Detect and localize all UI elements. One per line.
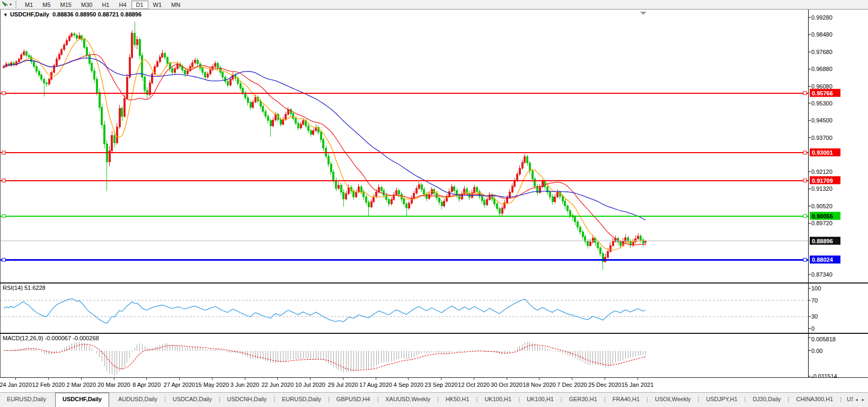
timeframe-m15-button[interactable]: M15 <box>56 1 76 9</box>
svg-text:0.90055: 0.90055 <box>812 213 833 219</box>
date-label: 17 Aug 2020 <box>359 382 392 388</box>
svg-text:0: 0 <box>811 325 814 332</box>
rsi-label: RSI(14) 51.6228 <box>3 285 46 291</box>
date-label: 20 Mar 2020 <box>98 382 130 388</box>
chart-shift-marker[interactable] <box>640 12 646 15</box>
chart-ohlc-values: 0.88836 0.88950 0.88721 0.88896 <box>52 11 141 17</box>
date-label: 29 Jul 2020 <box>328 382 358 388</box>
svg-text:0.91709: 0.91709 <box>812 178 833 184</box>
tab-fra40-h1[interactable]: FRA40,H1 <box>606 393 646 407</box>
chart-title: ▼USDCHF,Daily0.88836 0.88950 0.88721 0.8… <box>3 11 141 17</box>
svg-text:0.92120: 0.92120 <box>811 169 832 175</box>
date-label: 7 Dec 2020 <box>557 382 587 388</box>
timeframe-h1-button[interactable]: H1 <box>97 1 114 9</box>
tab-uk100-h1[interactable]: UK100,H1 <box>477 393 518 407</box>
svg-text:0.93700: 0.93700 <box>811 135 832 141</box>
tab-scroll-right-button[interactable]: ▸ <box>860 393 867 407</box>
ma-fast-line <box>4 38 645 250</box>
timeframe-h4-button[interactable]: H4 <box>114 1 131 9</box>
date-label: 3 Jun 2020 <box>231 382 259 388</box>
timeframe-m5-button[interactable]: M5 <box>38 1 55 9</box>
date-label: 30 Oct 2020 <box>491 382 522 388</box>
rsi-indicator-panel[interactable]: RSI(14) 51.6228 10070300 <box>0 282 868 333</box>
tab-ger30-h1[interactable]: GER30,H1 <box>562 393 604 407</box>
tab-overflow-partial[interactable]: US <box>842 393 853 407</box>
timeframe-d1-button[interactable]: D1 <box>131 1 148 9</box>
chart-symbol-period: USDCHF,Daily <box>10 11 49 17</box>
tab-usdcad-daily[interactable]: USDCAD,Daily <box>166 393 219 407</box>
svg-text:0.94500: 0.94500 <box>811 117 832 123</box>
svg-text:0.88024: 0.88024 <box>812 256 834 263</box>
date-label: 25 Dec 2020 <box>588 382 621 388</box>
rsi-plot: 10070300 <box>1 284 868 334</box>
svg-text:0.97680: 0.97680 <box>811 49 832 55</box>
rsi-line <box>4 299 645 323</box>
date-label: 15 May 2020 <box>195 382 229 388</box>
date-axis[interactable]: 24 Jan 202012 Feb 20202 Mar 202020 Mar 2… <box>0 377 868 392</box>
macd-values: -0.000067 -0.000268 <box>45 335 99 341</box>
svg-text:0.96080: 0.96080 <box>811 83 832 90</box>
svg-text:0.00: 0.00 <box>811 348 822 354</box>
tab-dj30-daily[interactable]: DJ30,Daily <box>746 393 787 407</box>
tab-hk50-h1[interactable]: HK50,H1 <box>439 393 476 407</box>
svg-text:0.95766: 0.95766 <box>812 90 833 96</box>
hline-0.88024[interactable] <box>1 258 808 261</box>
hline-0.93001[interactable] <box>1 151 808 154</box>
chevron-down-icon[interactable]: ▾ <box>10 2 12 7</box>
svg-text:30: 30 <box>811 313 818 320</box>
macd-plot: 0.0058180.00-0.011514 <box>1 334 868 378</box>
main-price-chart[interactable]: ▼USDCHF,Daily0.88836 0.88950 0.88721 0.8… <box>0 10 868 282</box>
symbol-dropdown-icon[interactable]: ▼ <box>3 12 8 17</box>
svg-text:0.99280: 0.99280 <box>811 14 832 21</box>
date-label: 10 Jul 2020 <box>295 382 325 388</box>
timeframe-m30-button[interactable]: M30 <box>76 1 97 9</box>
chart-cursor-icon[interactable] <box>1 1 8 8</box>
tab-eurusd-daily[interactable]: EURUSD,Daily <box>0 393 53 407</box>
svg-text:70: 70 <box>811 297 818 304</box>
macd-label: MACD(12,26,9) -0.000067 -0.000268 <box>3 335 99 341</box>
hline-0.95766[interactable] <box>1 92 808 95</box>
svg-text:0.93001: 0.93001 <box>812 149 833 156</box>
timeframe-toolbar: ▾ M1 M5 M15 M30 H1 H4 D1 W1 MN <box>0 0 868 10</box>
timeframe-m1-button[interactable]: M1 <box>20 1 38 9</box>
date-label: 18 Nov 2020 <box>523 382 556 388</box>
timeframe-mn-button[interactable]: MN <box>166 1 185 9</box>
date-label: 2 Mar 2020 <box>66 382 96 388</box>
toolbar-grip[interactable] <box>15 1 18 8</box>
date-label: 8 Apr 2020 <box>132 382 161 388</box>
date-label: 23 Sep 2020 <box>424 382 457 388</box>
svg-text:100: 100 <box>811 285 821 291</box>
tab-audusd-daily[interactable]: AUDUSD,Daily <box>111 393 164 407</box>
svg-text:0.005818: 0.005818 <box>811 336 836 342</box>
tab-uk100-h1[interactable]: UK100,H1 <box>520 393 561 407</box>
candlestick-plot[interactable]: 0.992800.984800.976800.968800.960800.953… <box>1 10 868 282</box>
hline-0.91709[interactable] <box>1 179 808 182</box>
svg-text:0.88896: 0.88896 <box>812 238 833 244</box>
tab-usdchf-daily[interactable]: USDCHF,Daily <box>55 393 109 407</box>
tab-gbpusd-h4[interactable]: GBPUSD,H4 <box>330 393 377 407</box>
candles-layer <box>3 22 646 270</box>
tab-eurusd-daily[interactable]: EURUSD,Daily <box>275 393 328 407</box>
rsi-value: 51.6228 <box>24 285 46 291</box>
tab-scroll-left-button[interactable]: ◂ <box>853 393 860 407</box>
svg-text:0.89720: 0.89720 <box>811 220 832 226</box>
svg-text:0.90520: 0.90520 <box>811 203 832 209</box>
svg-text:0.95300: 0.95300 <box>811 100 832 107</box>
svg-text:0.91320: 0.91320 <box>811 185 832 192</box>
timeframe-w1-button[interactable]: W1 <box>148 1 167 9</box>
date-label: 15 Jan 2021 <box>622 382 654 388</box>
svg-text:0.96880: 0.96880 <box>811 66 832 72</box>
date-label: 22 Jun 2020 <box>261 382 294 388</box>
tab-usoil-weekly[interactable]: USOil,Weekly <box>648 393 698 407</box>
hline-0.90055[interactable] <box>1 215 808 218</box>
tab-china300-h1[interactable]: CHINA300,H1 <box>789 393 840 407</box>
macd-signal-line <box>4 344 645 370</box>
svg-text:0.98480: 0.98480 <box>811 31 832 38</box>
date-label: 12 Feb 2020 <box>32 382 65 388</box>
tab-usdjpy-h1[interactable]: USDJPY,H1 <box>699 393 744 407</box>
tab-usdcnh-daily[interactable]: USDCNH,Daily <box>220 393 274 407</box>
svg-text:0.87340: 0.87340 <box>811 271 832 278</box>
tab-xauusd-weekly[interactable]: XAUUSD,Weekly <box>378 393 437 407</box>
date-label: 4 Sep 2020 <box>394 382 423 388</box>
macd-indicator-panel[interactable]: MACD(12,26,9) -0.000067 -0.000268 0.0058… <box>0 333 868 377</box>
